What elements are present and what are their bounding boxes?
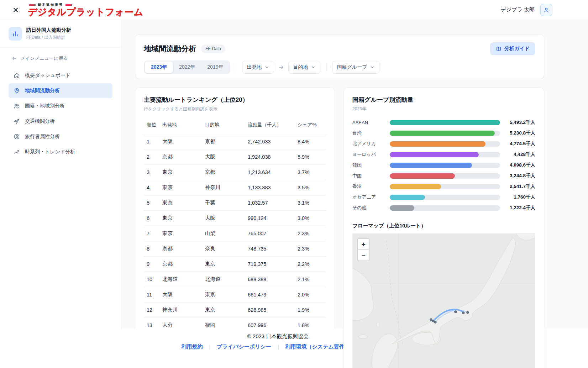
nationality-flow-card: 国籍グループ別流動量 2023年 ASEAN5,493.2千人台湾5,230.8… bbox=[343, 88, 544, 368]
zoom-in-button[interactable]: + bbox=[358, 239, 369, 250]
cell-share: 2.3% bbox=[295, 241, 326, 256]
sidebar-item-label: 国籍・地域別分析 bbox=[25, 103, 65, 109]
cell-origin: 東京 bbox=[159, 180, 202, 195]
cell-destination: 東京 bbox=[202, 302, 245, 317]
cell-origin: 東京 bbox=[159, 226, 202, 241]
bar-row-8: その他1,222.4千人 bbox=[352, 203, 535, 213]
col-rank: 順位 bbox=[144, 117, 159, 134]
cell-volume: 990.124 bbox=[245, 210, 295, 226]
ranking-row-2[interactable]: 2京都大阪1,924.0385.9% bbox=[144, 149, 326, 164]
ranking-row-3[interactable]: 3東京京都1,213.6343.7% bbox=[144, 164, 326, 180]
page-title: 地域間流動分析 bbox=[144, 44, 196, 54]
app-subtitle: FFData / 出入国統計 bbox=[26, 35, 71, 41]
flow-map[interactable]: + − bbox=[352, 233, 535, 368]
bar-label: ASEAN bbox=[352, 120, 390, 125]
bar-track bbox=[390, 120, 500, 125]
ranking-header-row: 順位 出発地 目的地 流動量（千人） シェア% bbox=[144, 117, 326, 134]
ranking-row-11[interactable]: 11大阪東京661.4792.0% bbox=[144, 287, 326, 302]
user-menu-button[interactable] bbox=[540, 4, 552, 16]
cell-share: 3.5% bbox=[295, 180, 326, 195]
cell-rank: 8 bbox=[144, 241, 159, 256]
destination-select[interactable]: 目的地 bbox=[288, 61, 320, 74]
cell-volume: 2,742.633 bbox=[245, 134, 295, 149]
ranking-row-4[interactable]: 4東京神奈川1,133.3833.5% bbox=[144, 180, 326, 195]
cell-share: 2.0% bbox=[295, 287, 326, 302]
sidebar-item-label: 概要ダッシュボード bbox=[25, 72, 70, 79]
cell-volume: 626.985 bbox=[245, 302, 295, 317]
bar-fill bbox=[390, 163, 472, 168]
bar-label: その他 bbox=[352, 205, 390, 211]
cell-rank: 4 bbox=[144, 180, 159, 195]
ranking-table: 順位 出発地 目的地 流動量（千人） シェア% 1大阪京都2,742.6338.… bbox=[144, 117, 326, 333]
ranking-row-10[interactable]: 10北海道北海道688.3882.1% bbox=[144, 272, 326, 287]
sidebar-item-6[interactable]: 時系列・トレンド分析 bbox=[9, 144, 112, 159]
bar-value: 5,230.8千人 bbox=[504, 130, 535, 136]
bar-track bbox=[390, 163, 500, 168]
sidebar-item-5[interactable]: 旅行者属性分析 bbox=[9, 129, 112, 144]
bar-row-1: 台湾5,230.8千人 bbox=[352, 128, 535, 138]
bar-value: 5,493.2千人 bbox=[504, 119, 535, 126]
person-circle-icon bbox=[14, 133, 20, 140]
ranking-row-9[interactable]: 9京都東京719.3752.2% bbox=[144, 256, 326, 272]
bar-fill bbox=[390, 205, 414, 211]
ranking-subtitle: 行をクリックすると国籍別内訳を表示 bbox=[144, 106, 326, 112]
back-to-main-menu-link[interactable]: メインメニューに戻る bbox=[11, 55, 112, 62]
bar-track bbox=[390, 184, 500, 189]
cell-origin: 神奈川 bbox=[159, 302, 202, 317]
bar-fill bbox=[390, 173, 455, 179]
nationality-chart-year: 2023年 bbox=[352, 106, 535, 112]
bar-chart-icon bbox=[9, 27, 22, 41]
ranking-row-8[interactable]: 8京都奈良748.7352.3% bbox=[144, 241, 326, 256]
cell-volume: 719.375 bbox=[245, 256, 295, 272]
bar-track bbox=[390, 141, 500, 147]
close-button[interactable] bbox=[11, 6, 20, 14]
bar-fill bbox=[390, 184, 441, 189]
ranking-row-6[interactable]: 6東京大阪990.1243.0% bbox=[144, 210, 326, 226]
ranking-row-1[interactable]: 1大阪京都2,742.6338.4% bbox=[144, 134, 326, 149]
ranking-row-7[interactable]: 7東京山梨765.0072.3% bbox=[144, 226, 326, 241]
footer-link-0[interactable]: 利用規約 bbox=[181, 343, 203, 350]
bar-track bbox=[390, 195, 500, 200]
origin-select[interactable]: 出発地 bbox=[242, 61, 274, 74]
bar-fill bbox=[390, 120, 500, 125]
cell-destination: 神奈川 bbox=[202, 180, 245, 195]
year-tab-2019[interactable]: 2019年 bbox=[201, 62, 229, 73]
sidebar-item-4[interactable]: 交通機関分析 bbox=[9, 114, 112, 129]
cell-share: 3.7% bbox=[295, 164, 326, 180]
bar-row-0: ASEAN5,493.2千人 bbox=[352, 117, 535, 128]
cell-rank: 7 bbox=[144, 226, 159, 241]
nationality-select[interactable]: 国籍グループ bbox=[332, 61, 379, 74]
year-tab-2022[interactable]: 2022年 bbox=[173, 62, 201, 73]
year-tab-2023[interactable]: 2023年 bbox=[145, 62, 173, 73]
sidebar-item-3[interactable]: 国籍・地域別分析 bbox=[9, 99, 112, 114]
ranking-row-5[interactable]: 5東京千葉1,032.573.1% bbox=[144, 195, 326, 210]
bar-fill bbox=[390, 141, 485, 147]
zoom-out-button[interactable]: − bbox=[358, 250, 369, 261]
cell-destination: 大阪 bbox=[202, 210, 245, 226]
cell-destination: 奈良 bbox=[202, 241, 245, 256]
bar-label: ヨーロッパ bbox=[352, 151, 390, 158]
sidebar-item-label: 旅行者属性分析 bbox=[25, 133, 60, 140]
analysis-guide-button[interactable]: 分析ガイド bbox=[490, 42, 535, 55]
ranking-row-12[interactable]: 12神奈川東京626.9851.9% bbox=[144, 302, 326, 317]
cell-destination: 山梨 bbox=[202, 226, 245, 241]
cell-rank: 3 bbox=[144, 164, 159, 180]
cell-volume: 1,924.038 bbox=[245, 149, 295, 164]
logo-decoration bbox=[29, 4, 36, 6]
back-link-label: メインメニューに戻る bbox=[21, 55, 68, 62]
cell-origin: 京都 bbox=[159, 241, 202, 256]
footer-link-1[interactable]: プライバシーポリシー bbox=[217, 343, 271, 350]
sidebar-item-2[interactable]: 地域間流動分析 bbox=[9, 83, 112, 98]
japan-map bbox=[352, 233, 535, 368]
sidebar-header: 訪日外国人流動分析 FFData / 出入国統計 bbox=[0, 20, 121, 47]
cell-volume: 1,213.634 bbox=[245, 164, 295, 180]
sidebar-menu: 概要ダッシュボード地域間流動分析国籍・地域別分析交通機関分析旅行者属性分析時系列… bbox=[0, 68, 121, 159]
bar-value: 4,428千人 bbox=[504, 151, 535, 158]
app-logo: 日本観光振興 デジタルプラットフォーム bbox=[28, 3, 143, 16]
footer-link-2[interactable]: 利用環境（システム要件） bbox=[285, 343, 350, 350]
sidebar-item-1[interactable]: 概要ダッシュボード bbox=[9, 68, 112, 83]
route-ranking-card: 主要流動ルートランキング（上位20） 行をクリックすると国籍別内訳を表示 順位 … bbox=[135, 88, 335, 358]
logo-title: デジタルプラットフォーム bbox=[28, 7, 143, 16]
bar-track bbox=[390, 152, 500, 157]
bar-label: 北アメリカ bbox=[352, 141, 390, 147]
